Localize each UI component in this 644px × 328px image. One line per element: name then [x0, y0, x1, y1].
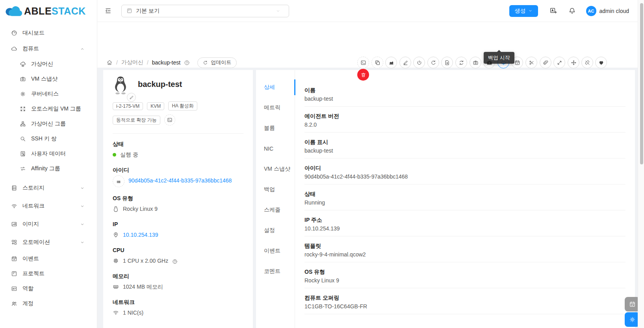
- swap-icon: [20, 166, 26, 172]
- sidebar-item-compute[interactable]: 컴퓨트: [0, 41, 97, 57]
- sidebar-item-affinity-groups[interactable]: Affinity 그룹: [0, 161, 97, 176]
- terminal-icon: [360, 60, 366, 66]
- tag-hypervisor: KVM: [147, 102, 164, 110]
- sidebar-item-virtual-machines[interactable]: 가상머신: [0, 57, 97, 72]
- active-tab-indicator: [294, 79, 295, 95]
- kubernetes-icon: [20, 91, 26, 97]
- menu-fold-icon[interactable]: [104, 7, 112, 15]
- tab-backup[interactable]: 백업: [256, 182, 295, 197]
- detail-tabs: 상세 메트릭 볼륨 NIC VM 스냅샷 백업 스케줄 설정 이벤트 코멘트: [256, 70, 295, 328]
- sidebar-item-dashboard[interactable]: 대시보드: [0, 25, 97, 41]
- clone-vm-button[interactable]: [371, 57, 383, 68]
- tab-nic[interactable]: NIC: [256, 141, 295, 157]
- field-memory: 메모리 1024 MB 메모리: [113, 272, 243, 291]
- calendar-check-icon: [629, 301, 636, 308]
- chevron-down-icon: [528, 9, 533, 13]
- take-vm-snapshot-button[interactable]: [470, 57, 481, 68]
- sidebar: ABLESTACK 대시보드 컴퓨트 가상머신 VM 스냅샷 쿠버네티스 오토스…: [0, 0, 97, 328]
- field-id: 아이디 90d4b05a-41c2-4f44-b335-97a36bbc1468: [113, 166, 243, 187]
- ha-button[interactable]: [595, 57, 607, 68]
- tab-schedule[interactable]: 스케줄: [256, 202, 295, 218]
- brand-logo[interactable]: ABLESTACK: [0, 0, 97, 22]
- stop-vm-button[interactable]: [413, 57, 425, 68]
- console-mini-button[interactable]: [164, 114, 175, 125]
- tab-events[interactable]: 이벤트: [256, 243, 295, 259]
- sidebar-item-user-data[interactable]: 사용자 데이터: [0, 146, 97, 161]
- sidebar-item-automation[interactable]: 오토메이션: [0, 233, 97, 251]
- detail-row-display-name: 이름 표시backup-test: [304, 133, 625, 158]
- tab-volumes[interactable]: 볼륨: [256, 120, 295, 136]
- tag-instance-name: i-2-175-VM: [113, 102, 143, 110]
- sidebar-item-vm-snapshots[interactable]: VM 스냅샷: [0, 72, 97, 87]
- reboot-vm-button[interactable]: [427, 57, 439, 68]
- attach-button[interactable]: [540, 57, 551, 68]
- metrics-button[interactable]: [385, 57, 397, 68]
- sidebar-item-roles[interactable]: 역할: [0, 281, 97, 296]
- picture-icon: [11, 221, 17, 227]
- view-select[interactable]: 기본 보기: [121, 5, 289, 17]
- user-name[interactable]: admin cloud: [599, 8, 629, 14]
- memory-icon: [113, 284, 119, 290]
- move-vm-button[interactable]: [568, 57, 579, 68]
- scrollbar-thumb[interactable]: [640, 3, 643, 164]
- barcode-icon: [113, 175, 124, 187]
- detail-row-os-type: OS 유형Rocky Linux 9: [304, 262, 625, 288]
- tooltip-backup-start: 백업 시작: [484, 52, 514, 64]
- attach-iso-button[interactable]: [441, 57, 453, 68]
- detach-button[interactable]: [525, 57, 537, 68]
- breadcrumb-section[interactable]: 가상머신: [121, 59, 143, 66]
- sidebar-item-network[interactable]: 네트워크: [0, 197, 97, 215]
- chevron-up-icon: [79, 47, 85, 51]
- view-select-value: 기본 보기: [136, 7, 276, 15]
- vm-id-link[interactable]: 90d4b05a-41c2-4f44-b335-97a36bbc1468: [128, 176, 239, 185]
- sidebar-item-projects[interactable]: 프로젝트: [0, 266, 97, 281]
- divider: [113, 133, 243, 134]
- chevron-down-icon: [276, 9, 280, 13]
- os-logo: [113, 76, 130, 96]
- avatar[interactable]: AC: [586, 6, 596, 16]
- sidebar-item-accounts[interactable]: 계정: [0, 296, 97, 311]
- reinstall-vm-button[interactable]: [455, 57, 467, 68]
- tab-settings[interactable]: 설정: [256, 223, 295, 238]
- tux-penguin-icon: [113, 76, 128, 95]
- field-status: 상태 실행 중: [113, 140, 243, 159]
- migrate-vm-button[interactable]: [553, 57, 565, 68]
- detail-row-id: 아이디90d4b05a-41c2-4f44-b335-97a36bbc1468: [304, 158, 625, 184]
- trash-icon: [360, 72, 366, 78]
- breadcrumb-action-band: / 가상머신 / backup-test 업데이트 백업 시작: [97, 22, 638, 68]
- sidebar-item-autoscale-vm-groups[interactable]: 오토스케일 VM 그룹: [0, 101, 97, 116]
- edit-vm-button[interactable]: [399, 57, 411, 68]
- sidebar-item-events[interactable]: 이벤트: [0, 251, 97, 266]
- paperclip-icon: [543, 60, 549, 66]
- sidebar-item-kubernetes[interactable]: 쿠버네티스: [0, 87, 97, 101]
- translate-icon[interactable]: [549, 7, 557, 15]
- question-circle-icon[interactable]: [172, 258, 178, 264]
- tab-metrics[interactable]: 메트릭: [256, 100, 295, 116]
- chevron-down-icon: [79, 186, 85, 190]
- console-button[interactable]: [357, 57, 369, 68]
- sidebar-item-ssh-keypairs[interactable]: SSH 키 쌍: [0, 131, 97, 146]
- tab-details[interactable]: 상세: [256, 79, 295, 95]
- home-icon[interactable]: [106, 59, 113, 66]
- unmanage-vm-button[interactable]: [581, 57, 593, 68]
- breadcrumb-current: backup-test: [152, 59, 180, 66]
- tab-comments[interactable]: 코멘트: [256, 264, 295, 279]
- scissors-icon: [529, 60, 535, 66]
- sidebar-item-images[interactable]: 이미지: [0, 215, 97, 233]
- sidebar-item-storage[interactable]: 스토리지: [0, 179, 97, 197]
- question-circle-icon[interactable]: [184, 60, 190, 66]
- reload-icon: [431, 60, 436, 66]
- bell-icon[interactable]: [568, 7, 576, 15]
- edit-icon-button[interactable]: [127, 93, 136, 102]
- create-button[interactable]: 생성: [509, 5, 538, 17]
- blocks-plus-icon: [11, 239, 17, 245]
- brand-name: ABLESTACK: [24, 6, 86, 17]
- update-button[interactable]: 업데이트: [197, 57, 237, 68]
- ip-link[interactable]: 10.10.254.139: [123, 230, 158, 239]
- sidebar-item-vm-groups[interactable]: 가상머신 그룹: [0, 116, 97, 131]
- cpu-chip-icon: [113, 258, 119, 264]
- vm-tags: i-2-175-VM KVM HA 활성화 동적으로 확장 가능: [113, 101, 235, 125]
- tab-vm-snapshots[interactable]: VM 스냅샷: [256, 161, 295, 177]
- destroy-vm-button[interactable]: [357, 69, 369, 81]
- scrollbar-track[interactable]: [638, 0, 644, 328]
